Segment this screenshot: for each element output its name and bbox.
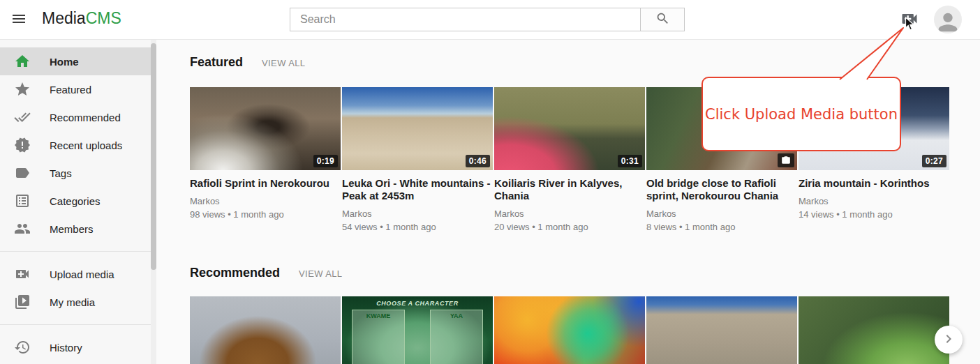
new-releases-icon — [14, 137, 31, 153]
sidebar-divider — [0, 324, 156, 325]
media-card: 0:46 Leuka Ori - White mountains - Peak … — [342, 87, 493, 233]
game-character-name: YAA — [431, 312, 482, 319]
media-card — [190, 296, 341, 364]
sidebar-item-recommended[interactable]: Recommended — [0, 103, 156, 131]
sidebar-item-history[interactable]: History — [0, 333, 156, 361]
video-meta: 20 views • 1 month ago — [494, 222, 645, 233]
video-title[interactable]: Rafioli Sprint in Nerokourou — [190, 177, 341, 190]
categories-icon — [14, 192, 31, 209]
mouse-cursor-icon — [905, 17, 916, 31]
logo-cms-text: CMS — [86, 9, 121, 27]
featured-view-all-link[interactable]: VIEW ALL — [262, 58, 305, 68]
search-icon — [655, 11, 670, 28]
game-character-box: YAA — [430, 310, 483, 364]
video-meta: 8 views • 1 month ago — [646, 222, 797, 233]
video-title[interactable]: Ziria mountain - Korinthos — [799, 177, 949, 190]
video-meta: 14 views • 1 month ago — [799, 209, 949, 220]
media-card — [646, 296, 797, 364]
sidebar-item-label: Recommended — [50, 112, 121, 123]
search-button[interactable] — [640, 8, 685, 31]
sidebar: Home Featured Recommended Recent uploads… — [0, 40, 156, 364]
game-character-box: KWAME — [352, 310, 405, 364]
video-author[interactable]: Markos — [799, 196, 949, 207]
person-icon — [934, 26, 962, 33]
green-leaves-thumbnail[interactable] — [799, 296, 949, 364]
upload-media-icon — [14, 266, 31, 282]
sidebar-scrollbar-thumb[interactable] — [151, 43, 156, 270]
recommended-view-all-link[interactable]: VIEW ALL — [299, 268, 342, 279]
sidebar-item-categories[interactable]: Categories — [0, 187, 156, 215]
duration-badge: 0:46 — [466, 155, 490, 167]
video-title[interactable]: Koiliaris River in Kalyves, Chania — [494, 177, 645, 202]
sidebar-scrollbar-track — [151, 40, 156, 364]
duration-badge: 0:27 — [922, 155, 946, 167]
media-card — [494, 296, 645, 364]
user-avatar[interactable] — [934, 6, 962, 33]
desert-mountains-thumbnail[interactable]: 0:46 — [342, 87, 493, 170]
media-card — [799, 296, 949, 364]
star-icon — [14, 81, 31, 98]
sidebar-item-label: Tags — [50, 167, 72, 179]
video-meta: 54 views • 1 month ago — [342, 222, 493, 233]
home-icon — [14, 53, 31, 70]
waterfall-fountain-thumbnail[interactable]: 0:19 — [190, 87, 341, 170]
sidebar-item-home[interactable]: Home — [0, 47, 156, 75]
mediacms-app: MediaCMS Home Feature — [0, 0, 980, 364]
sidebar-item-label: History — [50, 342, 82, 354]
video-title[interactable]: Leuka Ori - White mountains - Peak at 24… — [342, 177, 493, 202]
history-icon — [14, 339, 31, 356]
game-character-name: KWAME — [352, 312, 404, 319]
section-title-featured: Featured — [190, 55, 243, 70]
media-card: CHOOSE A CHARACTER KWAME YAA Selected Se… — [342, 296, 493, 364]
camera-icon — [778, 153, 794, 167]
recommended-section: Recommended VIEW ALL CHOOSE A CHARACTER … — [190, 266, 980, 364]
video-library-icon — [14, 294, 31, 310]
callout-pointer-tail — [803, 10, 921, 84]
sidebar-item-label: My media — [50, 296, 95, 308]
video-author[interactable]: Markos — [494, 208, 645, 220]
sidebar-item-label: Upload media — [50, 268, 114, 280]
sidebar-item-featured[interactable]: Featured — [0, 75, 156, 103]
video-title[interactable]: Old bridge close to Rafioli sprint, Nero… — [646, 177, 797, 202]
duration-badge: 0:19 — [313, 155, 338, 167]
search-bar — [290, 8, 685, 31]
media-card: 0:31 Koiliaris River in Kalyves, Chania … — [494, 87, 645, 233]
media-card: 0:19 Rafioli Sprint in Nerokourou Markos… — [190, 87, 341, 233]
chevron-right-icon — [940, 331, 957, 349]
click-upload-media-callout: Click Upload Media button — [701, 77, 901, 151]
sidebar-item-tags[interactable]: Tags — [0, 159, 156, 187]
sidebar-item-label: Categories — [50, 195, 101, 207]
rocky-mountain-thumbnail[interactable] — [646, 296, 797, 364]
section-title-recommended: Recommended — [190, 266, 280, 280]
video-author[interactable]: Markos — [646, 208, 797, 220]
choose-a-character-game-thumbnail[interactable]: CHOOSE A CHARACTER KWAME YAA Selected Se… — [342, 296, 493, 364]
halloween-pumpkin-craft-thumbnail[interactable] — [190, 296, 341, 364]
abstract-colors-thumbnail[interactable] — [494, 296, 645, 364]
mediacms-logo[interactable]: MediaCMS — [42, 9, 121, 28]
hamburger-menu-icon — [10, 19, 27, 29]
video-meta: 98 views • 1 month ago — [190, 209, 341, 220]
search-input[interactable] — [290, 8, 640, 31]
kayak-river-thumbnail[interactable]: 0:31 — [494, 87, 645, 170]
video-author[interactable]: Markos — [190, 196, 341, 207]
sidebar-item-upload-media[interactable]: Upload media — [0, 260, 156, 288]
video-author[interactable]: Markos — [342, 208, 493, 220]
sidebar-item-recent-uploads[interactable]: Recent uploads — [0, 131, 156, 159]
double-check-icon — [14, 109, 31, 126]
callout-text: Click Upload Media button — [705, 106, 898, 123]
members-icon — [14, 220, 31, 237]
sidebar-divider — [0, 251, 156, 252]
sidebar-item-label: Recent uploads — [50, 139, 122, 151]
sidebar-item-label: Featured — [50, 84, 91, 96]
sidebar-item-label: Home — [50, 56, 79, 68]
tag-icon — [14, 165, 31, 181]
carousel-next-button[interactable] — [935, 326, 963, 354]
sidebar-item-my-media[interactable]: My media — [0, 288, 156, 316]
sidebar-item-label: Members — [50, 223, 94, 235]
game-heading-text: CHOOSE A CHARACTER — [342, 300, 493, 307]
logo-media-text: Media — [42, 9, 86, 27]
hamburger-menu-button[interactable] — [9, 10, 29, 29]
sidebar-item-members[interactable]: Members — [0, 215, 156, 243]
duration-badge: 0:31 — [618, 155, 642, 167]
